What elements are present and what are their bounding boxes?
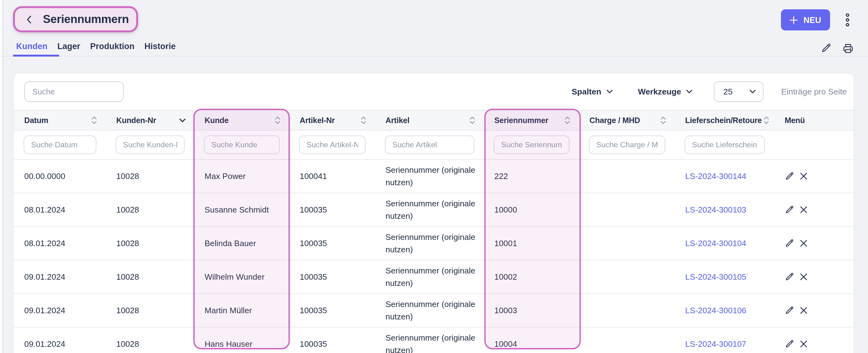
edit-page-button[interactable] [821, 43, 831, 54]
chevron-down-icon [686, 90, 693, 94]
tab-lager[interactable]: Lager [58, 42, 81, 51]
cell-kunde: Martin Müller [194, 294, 289, 327]
filter-input-artikel[interactable] [385, 135, 474, 154]
pencil-icon [785, 339, 794, 349]
filter-input-lieferschein[interactable] [685, 135, 765, 154]
print-button[interactable] [842, 43, 854, 54]
filter-input-datum[interactable] [24, 135, 96, 154]
columns-dropdown-label: Spalten [572, 87, 601, 96]
edit-row-button[interactable] [785, 272, 794, 282]
delete-row-button[interactable] [800, 340, 808, 348]
cell-kunde: Belinda Bauer [194, 227, 289, 260]
cell-artikel: Seriennummer (originale nutzen) [375, 227, 484, 260]
data-card: Spalten Werkzeuge 25 Einträge pro Seite [13, 73, 854, 353]
cell-seriennummer: 10000 [484, 193, 579, 227]
page-size-select[interactable]: 25 [714, 82, 764, 102]
pencil-icon [785, 205, 794, 215]
pencil-icon [821, 43, 831, 54]
column-header-kunde[interactable]: Kunde [194, 110, 289, 130]
cell-charge [579, 159, 675, 193]
cell-lieferschein: LS-2024-300144 [675, 159, 774, 193]
cell-datum: 09.01.2024 [14, 294, 106, 327]
new-button[interactable]: NEU [781, 9, 830, 30]
sort-desc-icon [179, 118, 186, 123]
cell-seriennummer: 10001 [484, 227, 579, 260]
topbar: Seriennummern NEU [13, 6, 855, 34]
column-header-artikel_nr[interactable]: Artikel-Nr [289, 110, 375, 130]
column-header-artikel[interactable]: Artikel [375, 110, 484, 130]
tab-historie[interactable]: Historie [145, 42, 176, 51]
lieferschein-link[interactable]: LS-2024-300105 [685, 272, 746, 281]
column-header-charge[interactable]: Charge / MHD [579, 110, 675, 130]
column-header-menu: Menü [774, 110, 854, 130]
column-header-kunden_nr[interactable]: Kunden-Nr [106, 110, 194, 130]
serial-numbers-table: DatumKunden-NrKundeArtikel-NrArtikelSeri… [14, 110, 854, 353]
filter-input-charge[interactable] [589, 135, 665, 154]
column-header-lieferschein[interactable]: Lieferschein/Retoure [675, 110, 774, 130]
delete-row-button[interactable] [800, 273, 808, 281]
overflow-menu-button[interactable] [844, 12, 851, 28]
cell-menu [774, 193, 854, 227]
printer-icon [842, 43, 854, 54]
lieferschein-link[interactable]: LS-2024-300104 [685, 238, 746, 248]
pencil-icon [785, 171, 794, 181]
cell-charge [579, 260, 675, 294]
filter-input-kunde[interactable] [204, 135, 280, 154]
cell-datum: 09.01.2024 [14, 327, 106, 353]
delete-row-button[interactable] [800, 307, 808, 315]
edit-row-button[interactable] [785, 239, 794, 248]
column-label: Datum [24, 116, 48, 125]
tabs-divider [0, 56, 868, 57]
column-header-datum[interactable]: Datum [14, 110, 106, 130]
filter-input-seriennummer[interactable] [494, 135, 569, 154]
filter-cell-kunden_nr [106, 130, 194, 159]
lieferschein-link[interactable]: LS-2024-300144 [685, 171, 746, 181]
column-label: Seriennummer [494, 116, 549, 125]
cell-kunden_nr: 10028 [106, 193, 194, 227]
tools-dropdown[interactable]: Werkzeuge [634, 86, 697, 97]
edit-row-button[interactable] [785, 339, 794, 349]
tab-produktion[interactable]: Produktion [90, 42, 135, 51]
cell-seriennummer: 10004 [484, 327, 579, 353]
tab-kunden[interactable]: Kunden [16, 42, 48, 51]
columns-dropdown[interactable]: Spalten [568, 86, 617, 97]
cell-kunde: Wilhelm Wunder [194, 260, 289, 294]
tab-list: KundenLagerProduktionHistorie [16, 42, 176, 51]
edit-row-button[interactable] [785, 205, 794, 215]
table-row: 09.01.202410028Wilhelm Wunder100035Serie… [14, 260, 854, 294]
filter-input-artikel_nr[interactable] [299, 135, 366, 154]
delete-row-button[interactable] [800, 206, 808, 214]
chevron-down-icon [749, 90, 756, 94]
cell-seriennummer: 10003 [484, 294, 579, 327]
cell-lieferschein: LS-2024-300107 [675, 327, 774, 353]
cell-kunden_nr: 10028 [106, 294, 194, 327]
cell-kunde: Susanne Schmidt [194, 193, 289, 227]
column-label: Artikel-Nr [300, 116, 335, 125]
lieferschein-link[interactable]: LS-2024-300107 [685, 339, 746, 348]
x-icon [800, 273, 808, 281]
cell-artikel_nr: 100035 [289, 227, 375, 260]
lieferschein-link[interactable]: LS-2024-300103 [685, 205, 746, 214]
back-button[interactable] [26, 14, 32, 24]
cell-datum: 00.00.0000 [14, 159, 106, 193]
cell-lieferschein: LS-2024-300105 [675, 260, 774, 294]
pencil-icon [785, 306, 794, 315]
cell-charge [579, 193, 675, 227]
delete-row-button[interactable] [800, 172, 808, 180]
search-input[interactable] [24, 82, 124, 102]
cell-menu [774, 227, 854, 260]
cell-artikel_nr: 100035 [289, 260, 375, 294]
lieferschein-link[interactable]: LS-2024-300106 [685, 306, 746, 315]
sort-icon [660, 116, 666, 125]
delete-row-button[interactable] [800, 239, 808, 247]
column-label: Charge / MHD [589, 116, 640, 125]
filter-input-kunden_nr[interactable] [116, 135, 185, 154]
tabbar-icons [821, 43, 854, 54]
window-left-edge [0, 0, 3, 353]
new-button-label: NEU [803, 15, 821, 25]
plus-icon [789, 16, 798, 24]
edit-row-button[interactable] [785, 306, 794, 315]
edit-row-button[interactable] [785, 171, 794, 181]
column-header-seriennummer[interactable]: Seriennummer [484, 110, 579, 130]
cell-datum: 09.01.2024 [14, 260, 106, 294]
